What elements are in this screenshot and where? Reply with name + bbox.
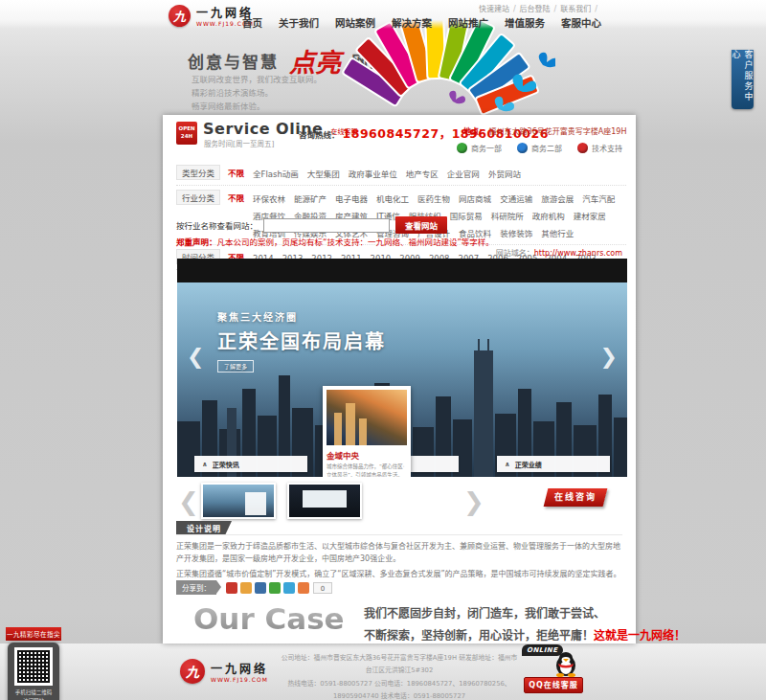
topbar-links: 快速建站/后台登陆/联系我们/ <box>479 3 601 13</box>
bottom-tab-news[interactable]: ∧ 正荣快讯 <box>194 456 307 472</box>
filter-item[interactable]: 政府事业单位 <box>349 169 397 179</box>
qq-contact-label: 商务二部 <box>531 143 562 153</box>
filter-item[interactable]: 装修装饰 <box>500 229 532 238</box>
share-icon[interactable] <box>240 582 252 594</box>
service-bar: OPEN24H Service Oline 在线客服 服务时间[周一至周五] 咨… <box>176 120 626 158</box>
footer-info: 公司地址：福州市晋安区东大路36号花开富贵写字楼A座19H 研发部地址：福州市台… <box>280 652 519 700</box>
slide-headline-big: 正荣全国布局启幕 <box>217 327 386 354</box>
qq-contact[interactable]: 技术支持 <box>577 143 622 153</box>
filter-item[interactable]: 地产专区 <box>406 169 439 179</box>
qq-icon <box>517 143 528 153</box>
topbar-link[interactable]: 联系我们 <box>560 5 591 13</box>
case-thumbnail[interactable] <box>201 483 276 519</box>
filter-item[interactable]: 政府机构 <box>532 212 565 221</box>
qq-online-button[interactable]: QQ在线客服 <box>524 677 583 693</box>
main-nav-item[interactable]: 增值服务 <box>505 15 545 30</box>
our-case-slogan: 我们不愿固步自封，闭门造车，我们敢于尝试、 不断探索，坚持创新，用心设计，拒绝平… <box>364 603 686 647</box>
filter-item[interactable]: 大型集团 <box>307 169 340 179</box>
main-nav-item[interactable]: 网站案例 <box>335 15 375 30</box>
filter-label: 行业分类 <box>176 190 220 205</box>
bottom-tab-achievements[interactable]: ∧ 正荣业绩 <box>497 456 610 472</box>
footer-brand-url: WWW.FJ19.COM <box>211 676 268 683</box>
search-label: 按行业名称查看网站： <box>176 219 258 231</box>
main-nav: 首页关于我们网站案例解决方案网站推广增值服务客服中心 <box>242 15 601 30</box>
address-label: 地点： <box>463 127 486 136</box>
topbar-link[interactable]: 快速建站 <box>479 5 509 13</box>
qr-caption: 手机扫描二维码 访问网站 <box>8 689 59 700</box>
site-logo[interactable]: 九 一九网络 WWW.FJ19.COM <box>169 4 254 27</box>
filter-item[interactable]: 科研院所 <box>491 212 524 221</box>
filter-item[interactable]: 医药生物 <box>417 194 450 204</box>
case-slide-image: 聚焦三大经济圈 正荣全国布局启幕 了解更多 金域中央 城市综合体臻品力作，“都心… <box>177 282 627 477</box>
filter-any[interactable]: 不限 <box>228 192 244 203</box>
filter-any[interactable]: 不限 <box>228 167 244 178</box>
share-icon[interactable] <box>298 582 309 594</box>
customer-service-tab[interactable]: 客户服务中心 <box>732 50 754 109</box>
main-nav-item[interactable]: 网站推广 <box>448 15 488 30</box>
filter-item[interactable]: 企业官网 <box>447 169 480 179</box>
filter-item[interactable]: 网店商城 <box>459 194 491 204</box>
filter-item[interactable]: 能源矿产 <box>294 194 327 204</box>
butterfly-icon <box>449 53 555 111</box>
topbar-separator: / <box>513 5 516 13</box>
main-nav-item[interactable]: 关于我们 <box>279 15 319 30</box>
slogan-line: 精彩前沿技术演练场。 <box>192 86 322 100</box>
property-card[interactable]: 金域中央 城市综合体臻品力作，“都心住区·立体风范”，引领城市品质生活。 更多 … <box>323 386 411 477</box>
filter-item[interactable]: 国际贸易 <box>450 212 483 221</box>
mobile-qr-widget: 一九精彩尽在指尖 手机扫描二维码 访问网站 <box>6 627 61 700</box>
search-button[interactable]: 查看网站 <box>395 216 447 234</box>
qq-penguin-icon <box>554 650 577 677</box>
address-text: 福州东大路36号花开富贵写字楼A座19H <box>489 127 627 136</box>
share-icon[interactable] <box>269 582 281 594</box>
design-note-paragraph: 正荣集团是一家致力于缔造品质都市生活、以大型城市综合体与复合社区开发为主、兼顾商… <box>176 540 624 565</box>
content-page: OPEN24H Service Oline 在线客服 服务时间[周一至周五] 咨… <box>163 115 636 644</box>
topbar-link[interactable]: 后台登陆 <box>520 5 551 13</box>
search-input[interactable] <box>263 218 390 233</box>
thumbs-next-arrow[interactable]: ❯ <box>463 485 484 519</box>
mobile-widget-tab[interactable]: 一九精彩尽在指尖 <box>6 627 61 641</box>
case-thumbnail[interactable] <box>287 483 362 519</box>
statement-text: 凡本公司的案例，页尾均有标“技术支持：一九网络、福州网站建设”等字样。 <box>217 237 494 247</box>
slide-headline: 聚焦三大经济圈 正荣全国布局启幕 了解更多 <box>217 309 386 373</box>
filter-item[interactable]: 交通运输 <box>500 194 532 204</box>
filter-item[interactable]: 建材家居 <box>574 212 606 221</box>
main-nav-item[interactable]: 解决方案 <box>392 15 432 30</box>
qr-code <box>14 647 53 686</box>
slide-prev-arrow[interactable]: ❮ <box>187 347 204 368</box>
footer-phone-line: 热线电话：0591-88005727 公司电话：18960845727、1896… <box>280 678 519 700</box>
filter-item[interactable]: 汽车汽配 <box>582 194 615 204</box>
qq-contact[interactable]: 商务二部 <box>517 143 562 153</box>
design-note-tag: 设计说明 <box>176 521 232 535</box>
main-nav-item[interactable]: 首页 <box>242 15 262 30</box>
thumbs-prev-arrow[interactable]: ❮ <box>178 485 199 519</box>
qq-service-widget: ONLINE QQ在线客服 <box>522 644 585 698</box>
filter-item[interactable]: 其他行业 <box>541 229 574 238</box>
qq-icon <box>577 143 588 153</box>
statement-label: 郑重声明： <box>176 237 217 247</box>
topbar-separator: / <box>554 5 557 13</box>
slogan-line: 互联网改变世界，我们改变互联网。 <box>192 73 322 86</box>
share-icon[interactable] <box>255 582 266 594</box>
filter-item[interactable]: 机电化工 <box>376 194 409 204</box>
share-icon[interactable] <box>226 582 237 594</box>
filter-item[interactable]: 外贸网站 <box>488 169 521 179</box>
filter-row-type: 类型分类 不限 全Flash动画大型集团政府事业单位地产专区企业官网外贸网站 <box>176 161 626 186</box>
domain-link[interactable]: http://www.zhanrs.com <box>534 249 622 258</box>
qq-contact-label: 商务一部 <box>471 143 502 153</box>
hero-banner: 创意与智慧 点亮 网络 互联网改变世界，我们改变互联网。精彩前沿技术演练场。畅享… <box>0 29 766 117</box>
main-nav-item[interactable]: 客服中心 <box>561 15 601 30</box>
chevron-up-icon: ∧ <box>202 461 208 468</box>
property-desc: 城市综合体臻品力作，“都心住区·立体风范”，引领城市品质生活。 <box>327 463 407 477</box>
slide-more-button[interactable]: 了解更多 <box>217 360 254 373</box>
our-case-line2: 不断探索，坚持创新，用心设计，拒绝平庸！ <box>364 629 594 643</box>
qq-contact[interactable]: 商务一部 <box>457 143 502 153</box>
filter-item[interactable]: 环保农林 <box>253 194 285 204</box>
filter-item[interactable]: 全Flash动画 <box>253 169 299 179</box>
slide-next-arrow[interactable]: ❯ <box>600 347 618 368</box>
online-consult-button[interactable]: 在线咨询 <box>544 488 608 507</box>
filter-item[interactable]: 电子电器 <box>335 194 368 204</box>
topbar-separator: / <box>595 5 597 13</box>
share-icon[interactable] <box>283 582 295 594</box>
filter-item[interactable]: 旅游会展 <box>541 194 574 204</box>
qq-icon <box>457 143 467 153</box>
